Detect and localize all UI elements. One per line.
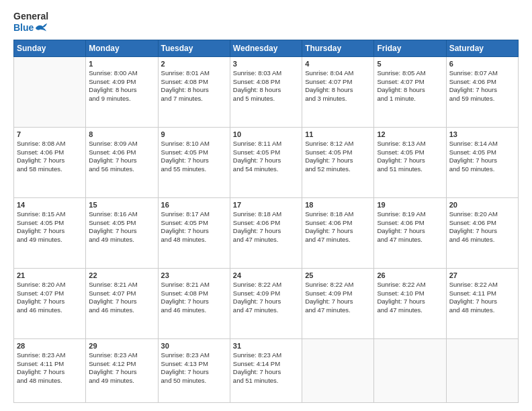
day-number: 25 <box>305 271 371 279</box>
day-info: Sunrise: 8:05 AM Sunset: 4:07 PM Dayligh… <box>377 69 443 103</box>
day-info: Sunrise: 8:18 AM Sunset: 4:06 PM Dayligh… <box>233 210 299 244</box>
day-info: Sunrise: 8:22 AM Sunset: 4:09 PM Dayligh… <box>305 281 371 315</box>
calendar-cell: 17Sunrise: 8:18 AM Sunset: 4:06 PM Dayli… <box>230 197 302 268</box>
calendar-cell: 14Sunrise: 8:15 AM Sunset: 4:05 PM Dayli… <box>14 197 86 268</box>
header-day-sunday: Sunday <box>14 40 86 56</box>
calendar-cell: 31Sunrise: 8:23 AM Sunset: 4:14 PM Dayli… <box>230 338 302 402</box>
day-number: 18 <box>305 201 371 209</box>
day-number: 11 <box>305 130 371 138</box>
day-number: 9 <box>161 130 227 138</box>
calendar-cell: 5Sunrise: 8:05 AM Sunset: 4:07 PM Daylig… <box>374 56 446 127</box>
day-info: Sunrise: 8:22 AM Sunset: 4:11 PM Dayligh… <box>449 281 515 315</box>
calendar-cell: 30Sunrise: 8:23 AM Sunset: 4:13 PM Dayli… <box>158 338 230 402</box>
day-number: 21 <box>17 271 83 279</box>
day-info: Sunrise: 8:23 AM Sunset: 4:11 PM Dayligh… <box>17 351 83 385</box>
logo-general: General <box>13 11 48 22</box>
day-info: Sunrise: 8:22 AM Sunset: 4:10 PM Dayligh… <box>377 281 443 315</box>
header: GeneralBlue <box>13 11 519 33</box>
calendar-cell: 6Sunrise: 8:07 AM Sunset: 4:06 PM Daylig… <box>446 56 518 127</box>
calendar-cell: 25Sunrise: 8:22 AM Sunset: 4:09 PM Dayli… <box>302 268 374 338</box>
day-info: Sunrise: 8:17 AM Sunset: 4:05 PM Dayligh… <box>161 210 227 244</box>
day-info: Sunrise: 8:23 AM Sunset: 4:14 PM Dayligh… <box>233 351 299 385</box>
logo-blue-text: Blue <box>13 22 34 33</box>
week-row-1: 1Sunrise: 8:00 AM Sunset: 4:09 PM Daylig… <box>14 56 519 127</box>
day-number: 26 <box>377 271 443 279</box>
header-day-thursday: Thursday <box>302 40 374 56</box>
calendar-cell: 29Sunrise: 8:23 AM Sunset: 4:12 PM Dayli… <box>86 338 158 402</box>
day-number: 2 <box>161 60 227 68</box>
day-number: 30 <box>161 342 227 350</box>
day-number: 23 <box>161 271 227 279</box>
day-info: Sunrise: 8:20 AM Sunset: 4:07 PM Dayligh… <box>17 281 83 315</box>
calendar-cell: 24Sunrise: 8:22 AM Sunset: 4:09 PM Dayli… <box>230 268 302 338</box>
day-info: Sunrise: 8:01 AM Sunset: 4:08 PM Dayligh… <box>161 69 227 103</box>
calendar-cell: 12Sunrise: 8:13 AM Sunset: 4:05 PM Dayli… <box>374 127 446 197</box>
day-info: Sunrise: 8:07 AM Sunset: 4:06 PM Dayligh… <box>449 69 515 103</box>
logo-text-block: GeneralBlue <box>13 11 48 33</box>
day-info: Sunrise: 8:11 AM Sunset: 4:05 PM Dayligh… <box>233 140 299 174</box>
day-info: Sunrise: 8:03 AM Sunset: 4:08 PM Dayligh… <box>233 69 299 103</box>
day-number: 6 <box>449 60 515 68</box>
calendar-cell: 8Sunrise: 8:09 AM Sunset: 4:06 PM Daylig… <box>86 127 158 197</box>
day-info: Sunrise: 8:21 AM Sunset: 4:07 PM Dayligh… <box>89 281 154 315</box>
day-number: 29 <box>89 342 154 350</box>
day-info: Sunrise: 8:19 AM Sunset: 4:06 PM Dayligh… <box>377 210 443 244</box>
calendar-cell: 20Sunrise: 8:20 AM Sunset: 4:06 PM Dayli… <box>446 197 518 268</box>
logo: GeneralBlue <box>13 11 48 33</box>
calendar-cell: 2Sunrise: 8:01 AM Sunset: 4:08 PM Daylig… <box>158 56 230 127</box>
day-info: Sunrise: 8:20 AM Sunset: 4:06 PM Dayligh… <box>449 210 515 244</box>
header-day-friday: Friday <box>374 40 446 56</box>
day-number: 1 <box>89 60 154 68</box>
calendar-cell: 15Sunrise: 8:16 AM Sunset: 4:05 PM Dayli… <box>86 197 158 268</box>
page: GeneralBlue SundayMondayTuesdayWednesday… <box>0 0 532 411</box>
day-number: 5 <box>377 60 443 68</box>
calendar-cell: 3Sunrise: 8:03 AM Sunset: 4:08 PM Daylig… <box>230 56 302 127</box>
day-number: 8 <box>89 130 154 138</box>
calendar-cell: 28Sunrise: 8:23 AM Sunset: 4:11 PM Dayli… <box>14 338 86 402</box>
day-number: 20 <box>449 201 515 209</box>
day-info: Sunrise: 8:23 AM Sunset: 4:13 PM Dayligh… <box>161 351 227 385</box>
week-row-5: 28Sunrise: 8:23 AM Sunset: 4:11 PM Dayli… <box>14 338 519 402</box>
day-info: Sunrise: 8:18 AM Sunset: 4:06 PM Dayligh… <box>305 210 371 244</box>
calendar-cell: 1Sunrise: 8:00 AM Sunset: 4:09 PM Daylig… <box>86 56 158 127</box>
calendar-cell: 21Sunrise: 8:20 AM Sunset: 4:07 PM Dayli… <box>14 268 86 338</box>
calendar-cell: 13Sunrise: 8:14 AM Sunset: 4:05 PM Dayli… <box>446 127 518 197</box>
calendar-cell: 9Sunrise: 8:10 AM Sunset: 4:05 PM Daylig… <box>158 127 230 197</box>
day-info: Sunrise: 8:09 AM Sunset: 4:06 PM Dayligh… <box>89 140 154 174</box>
header-day-wednesday: Wednesday <box>230 40 302 56</box>
day-info: Sunrise: 8:16 AM Sunset: 4:05 PM Dayligh… <box>89 210 154 244</box>
header-day-monday: Monday <box>86 40 158 56</box>
day-info: Sunrise: 8:21 AM Sunset: 4:08 PM Dayligh… <box>161 281 227 315</box>
day-number: 7 <box>17 130 83 138</box>
header-row: SundayMondayTuesdayWednesdayThursdayFrid… <box>14 40 519 56</box>
day-info: Sunrise: 8:15 AM Sunset: 4:05 PM Dayligh… <box>17 210 83 244</box>
calendar-cell: 19Sunrise: 8:19 AM Sunset: 4:06 PM Dayli… <box>374 197 446 268</box>
calendar-cell: 11Sunrise: 8:12 AM Sunset: 4:05 PM Dayli… <box>302 127 374 197</box>
day-number: 12 <box>377 130 443 138</box>
day-number: 27 <box>449 271 515 279</box>
header-day-saturday: Saturday <box>446 40 518 56</box>
day-info: Sunrise: 8:13 AM Sunset: 4:05 PM Dayligh… <box>377 140 443 174</box>
calendar-cell: 16Sunrise: 8:17 AM Sunset: 4:05 PM Dayli… <box>158 197 230 268</box>
calendar-table: SundayMondayTuesdayWednesdayThursdayFrid… <box>13 40 519 403</box>
week-row-2: 7Sunrise: 8:08 AM Sunset: 4:06 PM Daylig… <box>14 127 519 197</box>
calendar-cell <box>374 338 446 402</box>
bird-icon <box>34 23 48 32</box>
day-number: 24 <box>233 271 299 279</box>
day-info: Sunrise: 8:23 AM Sunset: 4:12 PM Dayligh… <box>89 351 154 385</box>
calendar-cell: 18Sunrise: 8:18 AM Sunset: 4:06 PM Dayli… <box>302 197 374 268</box>
calendar-cell <box>446 338 518 402</box>
day-number: 14 <box>17 201 83 209</box>
logo-blue-line: Blue <box>13 22 48 33</box>
day-info: Sunrise: 8:22 AM Sunset: 4:09 PM Dayligh… <box>233 281 299 315</box>
calendar-cell <box>302 338 374 402</box>
day-info: Sunrise: 8:04 AM Sunset: 4:07 PM Dayligh… <box>305 69 371 103</box>
day-number: 10 <box>233 130 299 138</box>
day-info: Sunrise: 8:14 AM Sunset: 4:05 PM Dayligh… <box>449 140 515 174</box>
calendar-cell: 27Sunrise: 8:22 AM Sunset: 4:11 PM Dayli… <box>446 268 518 338</box>
calendar-cell <box>14 56 86 127</box>
day-info: Sunrise: 8:12 AM Sunset: 4:05 PM Dayligh… <box>305 140 371 174</box>
day-number: 22 <box>89 271 154 279</box>
calendar-cell: 26Sunrise: 8:22 AM Sunset: 4:10 PM Dayli… <box>374 268 446 338</box>
week-row-3: 14Sunrise: 8:15 AM Sunset: 4:05 PM Dayli… <box>14 197 519 268</box>
